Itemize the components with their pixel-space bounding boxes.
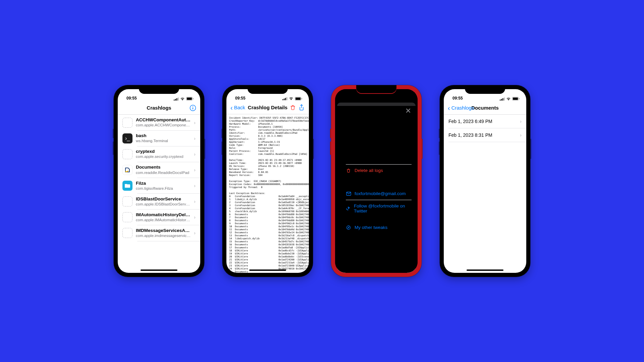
status-icons	[500, 97, 520, 101]
app-list: ACCHWComponentAuthSe…com.apple.ACCHWComp…	[118, 115, 200, 273]
svg-rect-3	[178, 98, 179, 101]
svg-rect-0	[174, 100, 175, 101]
svg-rect-34	[502, 98, 503, 101]
svg-rect-38	[519, 98, 520, 100]
sheet-title: Info	[372, 108, 381, 114]
status-time: 09:55	[235, 96, 246, 101]
app-icon: ›_	[122, 133, 132, 143]
svg-rect-6	[193, 98, 194, 100]
svg-rect-9	[193, 107, 193, 109]
trash-icon	[346, 168, 351, 173]
app-version-cell: App version: 0.0.3	[341, 129, 412, 141]
chevron-right-icon: ›	[194, 230, 196, 236]
status-icons	[174, 97, 194, 101]
info-icon[interactable]	[190, 105, 196, 111]
svg-rect-13	[285, 98, 286, 100]
email-link[interactable]: foxfortmobile@gmail.com	[341, 187, 412, 200]
status-time: 09:55	[452, 96, 463, 101]
home-indicator[interactable]	[358, 269, 395, 271]
app-icon	[122, 149, 132, 159]
chevron-right-icon: ›	[520, 119, 522, 124]
navbar: ‹Back Crashlog Details	[226, 101, 309, 114]
delete-all-button[interactable]: Delete all logs	[341, 164, 412, 177]
phone-crashlog-details: 09:55 ‹Back Crashlog Details Incident Id…	[222, 85, 313, 277]
svg-rect-14	[286, 97, 287, 100]
list-item[interactable]: Documentscom.readdle.ReaddleDocsIPad›	[118, 162, 200, 178]
chevron-right-icon: ›	[520, 132, 522, 138]
svg-point-8	[193, 106, 193, 107]
list-item[interactable]: ›_bashws.hbang.Terminal›	[118, 130, 200, 146]
phone-documents: 09:55 ‹Crashlogs Documents Feb 1, 2023 6…	[440, 85, 530, 277]
list-item[interactable]: IMAutomaticHistoryDeletion…com.apple.IMA…	[118, 209, 200, 225]
chevron-right-icon: ›	[194, 152, 196, 157]
close-icon[interactable]	[405, 107, 412, 115]
app-icon	[122, 181, 132, 191]
list-item[interactable]: IDSBlastDoorServicecom.apple.IDSBlastDoo…	[118, 194, 200, 209]
log-list: Feb 1, 2023 6:49 PM› Feb 1, 2023 8:31 PM…	[444, 115, 526, 273]
chevron-right-icon: ›	[194, 199, 196, 204]
svg-rect-37	[513, 98, 518, 100]
svg-rect-5	[187, 98, 192, 100]
chevron-right-icon: ›	[194, 183, 196, 188]
status-time: 09:55	[126, 96, 137, 101]
svg-rect-32	[500, 100, 501, 101]
other-tweaks-link[interactable]: My other tweaks	[341, 221, 412, 234]
svg-rect-10	[125, 184, 130, 188]
back-button[interactable]: ‹Back	[230, 104, 245, 111]
svg-rect-17	[302, 98, 302, 99]
navbar: Crashlogs	[118, 101, 200, 115]
svg-rect-11	[282, 99, 283, 100]
page-title: Crashlogs	[118, 105, 200, 111]
chevron-right-icon: ›	[194, 136, 196, 141]
app-icon	[122, 118, 132, 128]
list-item[interactable]: Filzacom.tigisoftware.Filza›	[118, 178, 200, 194]
chevron-right-icon: ›	[194, 167, 196, 173]
crashlog-text[interactable]: Incident Identifier: D07F435F-55F2-47B6-…	[226, 114, 309, 273]
twitter-link[interactable]: Follow @foxfortmobile on Twitter	[341, 200, 412, 217]
share-arrow-icon	[346, 206, 351, 211]
status-icons	[282, 97, 302, 101]
list-item[interactable]: IMDMessageServicesAgentcom.apple.imdmess…	[118, 225, 200, 241]
home-indicator[interactable]	[249, 269, 286, 271]
svg-rect-1	[175, 99, 176, 101]
svg-rect-16	[296, 98, 301, 100]
svg-point-31	[347, 226, 351, 229]
app-icon	[122, 196, 132, 206]
mail-icon	[346, 192, 351, 196]
chevron-right-icon: ›	[194, 120, 196, 125]
trash-icon[interactable]	[289, 104, 296, 111]
app-icon	[122, 165, 132, 175]
crash-count-cell: 124 crash logs	[341, 152, 412, 164]
chevron-right-icon: ›	[194, 215, 196, 220]
phone-crashlogs: 09:55 Crashlogs ACCHWComponentAuthSe…com…	[114, 85, 204, 277]
home-indicator[interactable]	[467, 269, 503, 271]
home-indicator[interactable]	[141, 269, 177, 271]
share-icon[interactable]	[298, 104, 305, 111]
list-item[interactable]: ACCHWComponentAuthSe…com.apple.ACCHWComp…	[118, 115, 200, 130]
svg-rect-2	[176, 98, 177, 101]
list-item[interactable]: Feb 1, 2023 6:49 PM›	[444, 115, 526, 128]
list-item[interactable]: Feb 1, 2023 8:31 PM›	[444, 128, 526, 142]
list-item[interactable]: cryptexdcom.apple.security.cryptexd›	[118, 146, 200, 162]
compass-icon	[346, 225, 351, 230]
back-button[interactable]: ‹Crashlogs	[448, 105, 474, 111]
app-icon	[122, 212, 132, 222]
navbar: ‹Crashlogs Documents	[444, 101, 526, 115]
svg-rect-35	[504, 98, 505, 101]
app-icon	[122, 228, 132, 238]
svg-rect-33	[501, 99, 502, 101]
svg-rect-12	[284, 99, 285, 100]
phone-info: 09:55 Info ABOUT App version: 0.0.3	[331, 85, 422, 277]
